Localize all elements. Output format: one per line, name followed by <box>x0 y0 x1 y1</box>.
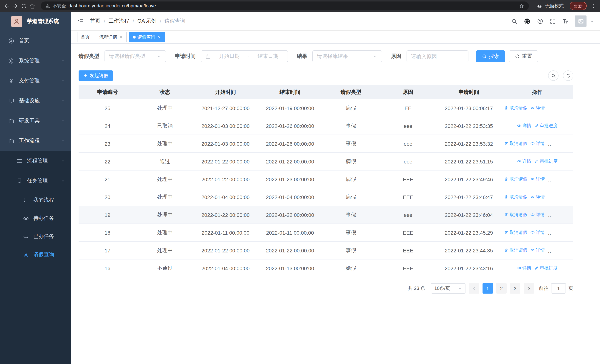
result-select[interactable]: 请选择流结果 <box>312 50 382 62</box>
detail-action-link[interactable]: 详情 <box>530 194 545 200</box>
breadcrumb-home[interactable]: 首页 <box>90 18 100 24</box>
user-icon <box>23 252 29 257</box>
sidebar-item-my-processes[interactable]: 我的流程 <box>0 191 71 209</box>
approval-progress-action-link[interactable]: 审批进度 <box>534 158 558 165</box>
toggle-search-button[interactable] <box>548 70 559 81</box>
cancel-leave-action-link[interactable]: 取消请假 <box>504 194 527 200</box>
refresh-table-button[interactable] <box>563 70 573 81</box>
detail-action-link[interactable]: 详情 <box>530 212 545 218</box>
fullscreen-icon[interactable] <box>550 18 556 24</box>
row-actions: 取消请假详情审批进度 <box>501 170 573 188</box>
approval-progress-action-link[interactable]: 审批进度 <box>534 123 558 129</box>
column-header-apply-time: 申请时间 <box>437 85 501 99</box>
table-cell-apply-time: 2022-01-22 23:49:46 <box>437 170 501 188</box>
github-icon[interactable] <box>524 18 531 25</box>
browser-update-button[interactable]: 更新 <box>570 2 587 10</box>
action-label: 审批进度 <box>553 140 571 147</box>
close-icon[interactable] <box>157 35 161 39</box>
avatar-dropdown-icon[interactable] <box>590 19 594 23</box>
detail-action-link[interactable]: 详情 <box>530 140 545 147</box>
sidebar-item-task-management[interactable]: 任务管理 <box>0 171 71 191</box>
bookmark-icon <box>16 178 23 184</box>
apply-time-range-input[interactable]: 开始日期 - 结束日期 <box>201 50 288 62</box>
sidebar-item-label: 已办任务 <box>33 233 54 240</box>
table-cell-apply-time: 2022-01-22 23:53:32 <box>437 135 501 152</box>
tab-leave-query[interactable]: 请假查询 <box>129 32 165 42</box>
bookmark-star-icon[interactable] <box>519 3 525 9</box>
reset-button[interactable]: 重置 <box>509 50 538 62</box>
close-icon[interactable] <box>119 35 123 39</box>
reason-input[interactable] <box>407 51 468 62</box>
search-icon[interactable] <box>511 18 517 24</box>
url-text[interactable]: dashboard.yudao.iocoder.cn/bpm/oa/leave <box>69 3 156 9</box>
table-cell-id: 22 <box>79 152 136 170</box>
create-leave-button[interactable]: 发起请假 <box>79 70 113 81</box>
detail-action-link[interactable]: 详情 <box>530 247 545 253</box>
page-button-2[interactable]: 2 <box>496 283 506 294</box>
detail-action-link[interactable]: 详情 <box>530 105 545 111</box>
security-warning-icon[interactable] <box>45 3 50 8</box>
sidebar-item-workflow[interactable]: 工作流程 <box>0 131 71 151</box>
cancel-leave-action-link[interactable]: 取消请假 <box>504 229 527 236</box>
cancel-leave-action-link[interactable]: 取消请假 <box>504 105 527 111</box>
logo-avatar-icon <box>13 18 20 25</box>
table-cell-apply-time: 2022-01-22 23:46:04 <box>437 206 501 224</box>
table-cell-start-time: 2022-01-22 00:00:00 <box>193 170 258 188</box>
browser-forward-icon[interactable] <box>12 3 19 9</box>
sidebar-item-process-management[interactable]: 流程管理 <box>0 151 71 171</box>
detail-action-link[interactable]: 详情 <box>517 158 531 165</box>
cancel-leave-action-link[interactable]: 取消请假 <box>504 212 527 218</box>
browser-menu-icon[interactable] <box>590 3 596 9</box>
table-row: 19处理中2022-01-22 00:00:002022-01-22 00:00… <box>79 206 573 224</box>
breadcrumb-separator: / <box>133 18 134 24</box>
detail-action-link[interactable]: 详情 <box>517 123 531 129</box>
sidebar-item-leave-query[interactable]: 请假查询 <box>0 245 71 263</box>
action-label: 详情 <box>536 176 545 182</box>
action-label: 详情 <box>536 105 545 111</box>
page-button-3[interactable]: 3 <box>510 283 520 294</box>
chevron-down-icon <box>61 159 65 163</box>
table-cell-end-time: 2022-01-13 00:00:00 <box>258 259 322 277</box>
next-page-button[interactable] <box>524 283 534 294</box>
sidebar-item-todo-tasks[interactable]: 待办任务 <box>0 209 71 227</box>
sidebar-item-home[interactable]: 首页 <box>0 31 71 51</box>
browser-back-icon[interactable] <box>4 3 10 9</box>
cancel-leave-action-link[interactable]: 取消请假 <box>504 247 527 253</box>
page-size-select[interactable]: 10条/页 <box>431 283 466 294</box>
leave-type-select[interactable]: 请选择请假类型 <box>104 50 166 62</box>
result-placeholder: 请选择流结果 <box>317 53 371 60</box>
breadcrumb-oa-example[interactable]: OA 示例 <box>138 18 157 24</box>
address-bar[interactable]: 不安全 dashboard.yudao.iocoder.cn/bpm/oa/le… <box>41 1 529 10</box>
sidebar-item-payment-management[interactable]: 支付管理 <box>0 71 71 91</box>
tab-process-detail[interactable]: 流程详情 <box>96 32 127 42</box>
browser-reload-icon[interactable] <box>21 3 27 9</box>
sidebar-item-infrastructure[interactable]: 基础设施 <box>0 91 71 111</box>
app-logo[interactable]: 芋道管理系统 <box>0 12 71 31</box>
help-icon[interactable] <box>537 18 543 24</box>
font-size-icon[interactable] <box>562 18 569 24</box>
sidebar-item-done-tasks[interactable]: 已办任务 <box>0 227 71 245</box>
row-actions: 取消请假详情审批进度 <box>501 99 573 117</box>
prev-page-button[interactable] <box>469 283 479 294</box>
page-button-1[interactable]: 1 <box>483 283 493 294</box>
eye-icon <box>517 159 521 164</box>
approval-progress-action-link[interactable]: 审批进度 <box>534 265 558 271</box>
sidebar-item-system-management[interactable]: 系统管理 <box>0 51 71 71</box>
cancel-leave-action-link[interactable]: 取消请假 <box>504 176 527 182</box>
tab-home[interactable]: 首页 <box>77 32 94 42</box>
breadcrumb-workflow[interactable]: 工作流程 <box>109 18 129 24</box>
action-label: 审批进度 <box>553 212 571 218</box>
detail-action-link[interactable]: 详情 <box>517 265 531 271</box>
detail-action-link[interactable]: 详情 <box>530 176 545 182</box>
goto-page-input[interactable] <box>551 283 566 294</box>
cancel-leave-action-link[interactable]: 取消请假 <box>504 140 527 147</box>
start-date-placeholder: 开始日期 <box>214 53 245 60</box>
search-button[interactable]: 搜索 <box>476 50 505 62</box>
browser-home-icon[interactable] <box>29 3 36 9</box>
user-avatar[interactable] <box>575 15 587 27</box>
table-cell-reason: EEE <box>379 242 437 259</box>
sidebar-item-dev-tools[interactable]: 研发工具 <box>0 111 71 131</box>
chevron-up-icon <box>61 139 65 143</box>
detail-action-link[interactable]: 详情 <box>530 229 545 236</box>
sidebar-collapse-icon[interactable] <box>77 18 84 25</box>
